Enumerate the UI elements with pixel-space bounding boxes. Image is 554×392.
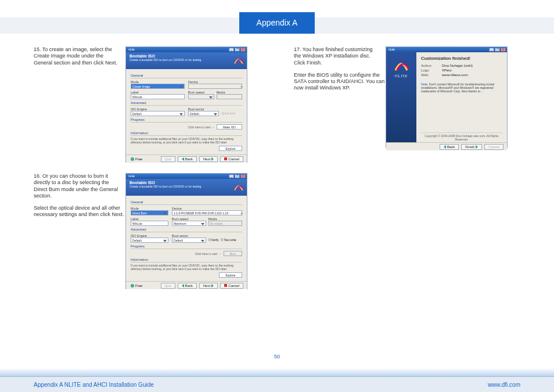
minimize-icon[interactable]: _ [489, 48, 494, 52]
group-info: Information [131, 131, 242, 135]
isoengine-dropdown[interactable]: Default [131, 238, 168, 243]
nlite-logo-icon [233, 181, 244, 192]
titlebar: nLite _ ☐ × [126, 47, 247, 52]
explore-button[interactable]: Explore [219, 146, 242, 151]
boot-dropdown[interactable]: Default [188, 111, 219, 116]
author-label: Author: [421, 64, 442, 67]
maximize-icon[interactable]: ☐ [235, 174, 240, 178]
step-17: 17. You have finished customizing the Wi… [294, 46, 526, 148]
page-number: 50 [0, 354, 554, 359]
step-16-extra: Select the optical device and all other … [34, 205, 125, 218]
window-title: Bootable ISO [129, 181, 243, 185]
window-subtitle: Create a bootable ISO to burn on CD/DVD … [129, 58, 243, 62]
back-button[interactable]: Back [178, 156, 197, 162]
group-advanced: Advanced [131, 228, 242, 231]
burnspeed-dropdown[interactable]: Maximum [172, 221, 206, 226]
device-dropdown[interactable]: 1:1:0-PIONEER DVD-RW DVR-111D 1.23 [172, 210, 242, 215]
burn-button[interactable]: Burn [224, 251, 242, 256]
minimize-icon[interactable]: _ [229, 48, 234, 52]
back-button[interactable]: Back [178, 283, 197, 289]
label-input[interactable]: WinLite [131, 221, 168, 226]
chevron-left-icon [182, 284, 184, 287]
make-iso-button[interactable]: Make ISO [217, 124, 242, 130]
quit-button[interactable]: Quit [161, 156, 175, 162]
group-info: Information [131, 258, 242, 261]
step-16: 16. Or you can choose to burn it directl… [34, 173, 266, 289]
titlebar-text: nLite [128, 174, 135, 178]
finish-button[interactable]: Finish [461, 144, 482, 150]
checkbox-testwrite[interactable]: ☐ Test write [221, 238, 236, 243]
group-general: General [131, 200, 242, 204]
nlite-logo-icon [233, 54, 244, 66]
device-dropdown[interactable] [188, 84, 242, 89]
info-text: If you want to include additional files … [131, 138, 242, 144]
step-17-para: You have finished customizing the Window… [294, 46, 373, 66]
step-17-num: 17. [294, 46, 301, 52]
explore-button[interactable]: Explore [219, 272, 242, 278]
group-progress: Progress [131, 118, 242, 121]
nlite-window-create-image: nLite _ ☐ × Bootable ISO Create a bootab… [125, 46, 247, 163]
window-body: General Mode Direct Burn Device 1:1:0-PI… [126, 196, 247, 281]
chevron-right-icon [211, 284, 214, 287]
author-value: Dino Nuhagic (nuhi) [442, 64, 502, 67]
window-subtitle: Create a bootable ISO to burn on CD/DVD … [129, 185, 243, 188]
footer-free: Free [131, 157, 142, 161]
cancel-button[interactable]: Cancel [484, 144, 503, 150]
titlebar-text: nLite [388, 48, 395, 51]
footer-right: www.dfi.com [488, 382, 520, 388]
maximize-icon[interactable]: ☐ [235, 48, 240, 52]
mode-dropdown[interactable]: Direct Burn [131, 210, 168, 215]
footer-bar: Appendix A NLITE and AHCI Installation G… [0, 377, 554, 392]
checkbox-verify[interactable]: ☐ Verify [208, 238, 219, 243]
titlebar: nLite _ ☐ × [126, 174, 247, 179]
step-17-extra: Enter the BIOS utility to configure the … [294, 72, 386, 92]
step-15-num: 15. [34, 46, 41, 52]
chevron-right-icon [476, 145, 478, 149]
quit-button[interactable]: Quit [161, 283, 175, 289]
finish-heading: Customization finished! [421, 56, 502, 61]
isoengine-dropdown[interactable]: Default [131, 111, 185, 116]
window-body: General Mode Create Image Device Label W… [126, 69, 247, 154]
nlite-window-finish: nLite _ ☐ × nLite Customization finished… [386, 46, 508, 148]
info-text: If you want to include additional files … [131, 264, 242, 271]
footer-left: Appendix A NLITE and AHCI Installation G… [34, 382, 154, 388]
footer-gradient [0, 369, 554, 377]
start-hint: Click here to start → [188, 125, 214, 129]
step-16-num: 16. [34, 173, 41, 179]
window-footer: Back Finish Cancel [386, 142, 507, 150]
label-quickburn: Quick burn [221, 107, 242, 116]
window-footer: Free Quit Back Next Cancel [126, 154, 247, 163]
label-input[interactable]: WinLite [131, 94, 185, 99]
boot-dropdown[interactable]: Default [172, 238, 206, 243]
finish-main: Customization finished! Author:Dino Nuha… [416, 52, 507, 142]
free-icon [131, 284, 134, 287]
appendix-tab: Appendix A [239, 12, 315, 34]
cancel-button[interactable]: Cancel [220, 156, 243, 162]
next-button[interactable]: Next [199, 156, 218, 162]
close-icon[interactable]: × [240, 174, 246, 178]
nlite-logo-icon [393, 56, 410, 74]
step-15-text: 15. To create an image, select the Creat… [34, 46, 125, 66]
group-general: General [131, 74, 242, 77]
burnspeed-dropdown[interactable] [188, 94, 214, 99]
close-icon[interactable]: × [501, 48, 506, 52]
back-button[interactable]: Back [440, 144, 459, 150]
free-icon [131, 157, 134, 161]
logo-value: XPero [442, 69, 502, 72]
maximize-icon[interactable]: ☐ [495, 48, 500, 52]
brand-text: nLite [386, 73, 416, 78]
media-display: No media [208, 221, 242, 226]
copyright: Copyright © 2004-2008 Dino Nuhagic aka n… [421, 132, 502, 141]
window-header: Bootable ISO Create a bootable ISO to bu… [126, 52, 247, 69]
logo-label: Logo: [421, 69, 442, 72]
close-icon[interactable]: × [240, 48, 246, 52]
cancel-button[interactable]: Cancel [220, 283, 243, 289]
left-column: 15. To create an image, select the Creat… [34, 46, 266, 300]
minimize-icon[interactable]: _ [229, 174, 234, 178]
mode-dropdown[interactable]: Create Image [131, 84, 185, 89]
start-hint: Click here to start → [195, 252, 221, 256]
next-button[interactable]: Next [199, 283, 218, 289]
group-progress: Progress [131, 244, 242, 248]
titlebar-text: nLite [128, 48, 135, 51]
finish-sidebar: nLite [386, 52, 416, 142]
